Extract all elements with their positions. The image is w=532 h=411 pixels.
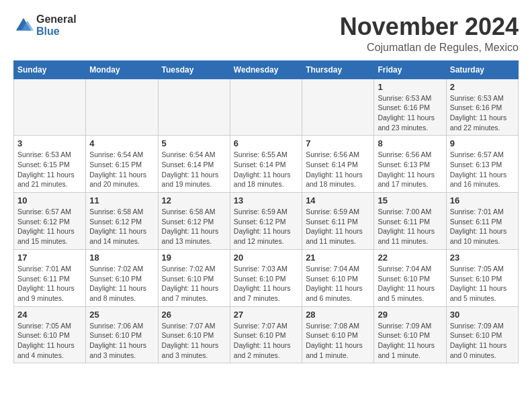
day-number: 22	[378, 253, 442, 263]
day-info: Sunrise: 7:08 AMSunset: 6:10 PMDaylight:…	[306, 321, 370, 361]
day-number: 1	[378, 82, 442, 92]
day-number: 23	[450, 253, 515, 263]
week-row-3: 10Sunrise: 6:57 AMSunset: 6:12 PMDayligh…	[14, 193, 519, 250]
day-cell: 28Sunrise: 7:08 AMSunset: 6:10 PMDayligh…	[302, 306, 374, 363]
day-number: 11	[89, 195, 154, 205]
day-cell: 19Sunrise: 7:02 AMSunset: 6:10 PMDayligh…	[158, 249, 230, 306]
day-cell: 18Sunrise: 7:02 AMSunset: 6:10 PMDayligh…	[86, 249, 158, 306]
day-info: Sunrise: 7:06 AMSunset: 6:10 PMDaylight:…	[89, 321, 154, 361]
day-cell: 1Sunrise: 6:53 AMSunset: 6:16 PMDaylight…	[374, 79, 446, 136]
day-cell: 13Sunrise: 6:59 AMSunset: 6:12 PMDayligh…	[230, 193, 302, 250]
header-row: Sunday Monday Tuesday Wednesday Thursday…	[14, 60, 519, 79]
day-info: Sunrise: 7:09 AMSunset: 6:10 PMDaylight:…	[450, 321, 515, 361]
day-number: 19	[162, 253, 226, 263]
day-info: Sunrise: 6:59 AMSunset: 6:11 PMDaylight:…	[306, 207, 370, 246]
logo-blue: Blue	[36, 26, 77, 38]
day-number: 21	[306, 253, 370, 263]
day-cell: 17Sunrise: 7:01 AMSunset: 6:11 PMDayligh…	[14, 249, 86, 306]
day-cell: 27Sunrise: 7:07 AMSunset: 6:10 PMDayligh…	[230, 306, 302, 363]
page-header: General Blue November 2024 Cojumatlan de…	[13, 13, 519, 54]
day-number: 8	[378, 138, 442, 148]
day-cell: 7Sunrise: 6:56 AMSunset: 6:14 PMDaylight…	[302, 136, 374, 193]
day-cell	[86, 79, 158, 136]
day-cell	[230, 79, 302, 136]
day-cell	[302, 79, 374, 136]
col-saturday: Saturday	[446, 60, 518, 79]
day-cell: 29Sunrise: 7:09 AMSunset: 6:10 PMDayligh…	[374, 306, 446, 363]
day-number: 16	[450, 195, 515, 205]
day-info: Sunrise: 7:02 AMSunset: 6:10 PMDaylight:…	[162, 264, 226, 304]
day-number: 9	[450, 138, 515, 148]
day-info: Sunrise: 6:55 AMSunset: 6:14 PMDaylight:…	[234, 150, 298, 189]
day-number: 26	[162, 310, 226, 320]
day-info: Sunrise: 7:01 AMSunset: 6:11 PMDaylight:…	[17, 264, 82, 304]
month-title: November 2024	[340, 13, 519, 40]
day-number: 2	[450, 82, 515, 92]
col-friday: Friday	[374, 60, 446, 79]
logo: General Blue	[13, 13, 77, 37]
logo-icon	[13, 15, 34, 36]
day-cell: 11Sunrise: 6:58 AMSunset: 6:12 PMDayligh…	[86, 193, 158, 250]
col-wednesday: Wednesday	[230, 60, 302, 79]
location: Cojumatlan de Regules, Mexico	[340, 42, 519, 54]
day-number: 24	[17, 310, 82, 320]
day-cell	[14, 79, 86, 136]
day-number: 15	[378, 195, 442, 205]
day-info: Sunrise: 6:53 AMSunset: 6:15 PMDaylight:…	[17, 150, 82, 189]
col-monday: Monday	[86, 60, 158, 79]
day-number: 5	[162, 138, 226, 148]
day-info: Sunrise: 6:58 AMSunset: 6:12 PMDaylight:…	[89, 207, 154, 246]
day-cell: 22Sunrise: 7:04 AMSunset: 6:10 PMDayligh…	[374, 249, 446, 306]
calendar-table: Sunday Monday Tuesday Wednesday Thursday…	[13, 60, 519, 364]
day-cell: 3Sunrise: 6:53 AMSunset: 6:15 PMDaylight…	[14, 136, 86, 193]
day-cell: 8Sunrise: 6:56 AMSunset: 6:13 PMDaylight…	[374, 136, 446, 193]
day-info: Sunrise: 6:53 AMSunset: 6:16 PMDaylight:…	[450, 93, 515, 133]
day-cell: 14Sunrise: 6:59 AMSunset: 6:11 PMDayligh…	[302, 193, 374, 250]
day-cell: 25Sunrise: 7:06 AMSunset: 6:10 PMDayligh…	[86, 306, 158, 363]
day-cell: 12Sunrise: 6:58 AMSunset: 6:12 PMDayligh…	[158, 193, 230, 250]
day-info: Sunrise: 7:03 AMSunset: 6:10 PMDaylight:…	[234, 264, 298, 304]
day-number: 17	[17, 253, 82, 263]
day-number: 13	[234, 195, 298, 205]
day-info: Sunrise: 6:57 AMSunset: 6:12 PMDaylight:…	[17, 207, 82, 246]
col-tuesday: Tuesday	[158, 60, 230, 79]
logo-text: General Blue	[36, 13, 77, 37]
day-cell: 24Sunrise: 7:05 AMSunset: 6:10 PMDayligh…	[14, 306, 86, 363]
day-info: Sunrise: 7:04 AMSunset: 6:10 PMDaylight:…	[306, 264, 370, 304]
day-number: 25	[89, 310, 154, 320]
day-info: Sunrise: 6:54 AMSunset: 6:14 PMDaylight:…	[162, 150, 226, 189]
day-number: 10	[17, 195, 82, 205]
logo-general: General	[36, 13, 77, 26]
day-info: Sunrise: 6:53 AMSunset: 6:16 PMDaylight:…	[378, 93, 442, 133]
day-number: 3	[17, 138, 82, 148]
day-number: 6	[234, 138, 298, 148]
day-cell: 20Sunrise: 7:03 AMSunset: 6:10 PMDayligh…	[230, 249, 302, 306]
week-row-1: 1Sunrise: 6:53 AMSunset: 6:16 PMDaylight…	[14, 79, 519, 136]
day-number: 18	[89, 253, 154, 263]
day-cell: 6Sunrise: 6:55 AMSunset: 6:14 PMDaylight…	[230, 136, 302, 193]
day-info: Sunrise: 6:56 AMSunset: 6:14 PMDaylight:…	[306, 150, 370, 189]
day-cell: 4Sunrise: 6:54 AMSunset: 6:15 PMDaylight…	[86, 136, 158, 193]
day-number: 20	[234, 253, 298, 263]
week-row-4: 17Sunrise: 7:01 AMSunset: 6:11 PMDayligh…	[14, 249, 519, 306]
title-section: November 2024 Cojumatlan de Regules, Mex…	[340, 13, 519, 54]
day-info: Sunrise: 7:00 AMSunset: 6:11 PMDaylight:…	[378, 207, 442, 246]
week-row-5: 24Sunrise: 7:05 AMSunset: 6:10 PMDayligh…	[14, 306, 519, 363]
col-sunday: Sunday	[14, 60, 86, 79]
day-info: Sunrise: 7:04 AMSunset: 6:10 PMDaylight:…	[378, 264, 442, 304]
day-cell: 2Sunrise: 6:53 AMSunset: 6:16 PMDaylight…	[446, 79, 518, 136]
day-cell: 23Sunrise: 7:05 AMSunset: 6:10 PMDayligh…	[446, 249, 518, 306]
day-cell: 9Sunrise: 6:57 AMSunset: 6:13 PMDaylight…	[446, 136, 518, 193]
calendar-header: Sunday Monday Tuesday Wednesday Thursday…	[14, 60, 519, 79]
day-cell: 26Sunrise: 7:07 AMSunset: 6:10 PMDayligh…	[158, 306, 230, 363]
day-info: Sunrise: 7:02 AMSunset: 6:10 PMDaylight:…	[89, 264, 154, 304]
day-info: Sunrise: 6:59 AMSunset: 6:12 PMDaylight:…	[234, 207, 298, 246]
day-info: Sunrise: 7:05 AMSunset: 6:10 PMDaylight:…	[450, 264, 515, 304]
day-cell: 15Sunrise: 7:00 AMSunset: 6:11 PMDayligh…	[374, 193, 446, 250]
day-info: Sunrise: 6:58 AMSunset: 6:12 PMDaylight:…	[162, 207, 226, 246]
day-number: 30	[450, 310, 515, 320]
day-number: 4	[89, 138, 154, 148]
day-cell: 30Sunrise: 7:09 AMSunset: 6:10 PMDayligh…	[446, 306, 518, 363]
day-cell: 21Sunrise: 7:04 AMSunset: 6:10 PMDayligh…	[302, 249, 374, 306]
day-number: 12	[162, 195, 226, 205]
